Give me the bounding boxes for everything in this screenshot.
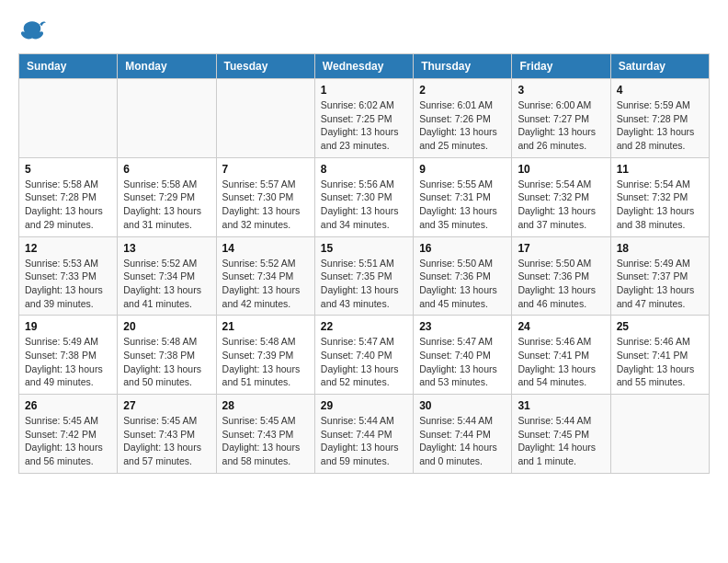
calendar-cell: 8Sunrise: 5:56 AMSunset: 7:30 PMDaylight…: [314, 157, 413, 236]
day-number: 2: [419, 84, 506, 97]
day-number: 22: [321, 320, 407, 333]
calendar-cell: 7Sunrise: 5:57 AMSunset: 7:30 PMDaylight…: [216, 157, 314, 236]
day-info: Sunrise: 5:52 AMSunset: 7:34 PMDaylight:…: [123, 257, 210, 311]
calendar-cell: 2Sunrise: 6:01 AMSunset: 7:26 PMDaylight…: [414, 79, 512, 158]
day-info: Sunrise: 5:47 AMSunset: 7:40 PMDaylight:…: [419, 335, 506, 389]
day-number: 7: [222, 163, 309, 176]
day-number: 19: [25, 320, 111, 333]
day-number: 26: [25, 399, 111, 412]
day-info: Sunrise: 5:45 AMSunset: 7:43 PMDaylight:…: [222, 414, 309, 468]
day-number: 3: [518, 84, 604, 97]
calendar-week-row: 5Sunrise: 5:58 AMSunset: 7:28 PMDaylight…: [19, 157, 710, 236]
calendar-cell: [610, 395, 709, 474]
calendar-cell: 21Sunrise: 5:48 AMSunset: 7:39 PMDayligh…: [216, 316, 314, 395]
calendar-cell: 15Sunrise: 5:51 AMSunset: 7:35 PMDayligh…: [314, 236, 413, 316]
day-info: Sunrise: 6:02 AMSunset: 7:25 PMDaylight:…: [321, 98, 407, 153]
day-info: Sunrise: 5:57 AMSunset: 7:30 PMDaylight:…: [222, 178, 309, 232]
day-number: 1: [321, 84, 407, 97]
day-number: 5: [25, 163, 111, 176]
day-number: 25: [617, 320, 703, 333]
day-info: Sunrise: 5:50 AMSunset: 7:36 PMDaylight:…: [419, 257, 506, 311]
calendar-cell: 11Sunrise: 5:54 AMSunset: 7:32 PMDayligh…: [610, 157, 709, 236]
day-info: Sunrise: 5:56 AMSunset: 7:30 PMDaylight:…: [321, 178, 407, 232]
day-number: 9: [419, 163, 506, 176]
calendar-cell: 27Sunrise: 5:45 AMSunset: 7:43 PMDayligh…: [118, 395, 216, 474]
calendar-week-row: 12Sunrise: 5:53 AMSunset: 7:33 PMDayligh…: [19, 236, 710, 316]
day-number: 16: [419, 242, 506, 255]
day-info: Sunrise: 5:52 AMSunset: 7:34 PMDaylight:…: [222, 257, 309, 311]
day-info: Sunrise: 5:50 AMSunset: 7:36 PMDaylight:…: [518, 257, 604, 311]
calendar-cell: 1Sunrise: 6:02 AMSunset: 7:25 PMDaylight…: [314, 79, 413, 158]
day-number: 28: [222, 399, 309, 412]
calendar-cell: 13Sunrise: 5:52 AMSunset: 7:34 PMDayligh…: [118, 236, 216, 316]
day-number: 31: [518, 399, 604, 412]
page-header: [18, 18, 710, 44]
day-info: Sunrise: 5:44 AMSunset: 7:44 PMDaylight:…: [419, 414, 506, 468]
weekday-header-friday: Friday: [512, 54, 610, 79]
calendar-cell: 5Sunrise: 5:58 AMSunset: 7:28 PMDaylight…: [19, 157, 118, 236]
calendar-cell: 31Sunrise: 5:44 AMSunset: 7:45 PMDayligh…: [512, 395, 610, 474]
calendar-cell: 30Sunrise: 5:44 AMSunset: 7:44 PMDayligh…: [414, 395, 512, 474]
day-number: 17: [518, 242, 604, 255]
calendar-cell: 9Sunrise: 5:55 AMSunset: 7:31 PMDaylight…: [414, 157, 512, 236]
day-number: 10: [518, 163, 604, 176]
calendar-cell: [216, 79, 314, 158]
day-number: 4: [617, 84, 703, 97]
day-info: Sunrise: 5:49 AMSunset: 7:37 PMDaylight:…: [617, 257, 703, 311]
calendar-cell: 10Sunrise: 5:54 AMSunset: 7:32 PMDayligh…: [512, 157, 610, 236]
day-info: Sunrise: 5:49 AMSunset: 7:38 PMDaylight:…: [25, 335, 111, 389]
calendar-cell: 23Sunrise: 5:47 AMSunset: 7:40 PMDayligh…: [414, 316, 512, 395]
day-number: 11: [617, 163, 703, 176]
calendar-cell: 18Sunrise: 5:49 AMSunset: 7:37 PMDayligh…: [610, 236, 709, 316]
day-number: 24: [518, 320, 604, 333]
day-number: 14: [222, 242, 309, 255]
day-info: Sunrise: 5:45 AMSunset: 7:43 PMDaylight:…: [123, 414, 210, 468]
day-info: Sunrise: 5:54 AMSunset: 7:32 PMDaylight:…: [518, 178, 604, 232]
day-info: Sunrise: 6:00 AMSunset: 7:27 PMDaylight:…: [518, 98, 604, 153]
day-info: Sunrise: 5:47 AMSunset: 7:40 PMDaylight:…: [321, 335, 407, 389]
day-number: 23: [419, 320, 506, 333]
weekday-header-sunday: Sunday: [19, 54, 118, 79]
weekday-header-monday: Monday: [118, 54, 216, 79]
calendar-table: SundayMondayTuesdayWednesdayThursdayFrid…: [18, 53, 710, 474]
day-info: Sunrise: 5:46 AMSunset: 7:41 PMDaylight:…: [617, 335, 703, 389]
weekday-header-tuesday: Tuesday: [216, 54, 314, 79]
day-info: Sunrise: 5:58 AMSunset: 7:29 PMDaylight:…: [123, 178, 210, 232]
day-info: Sunrise: 6:01 AMSunset: 7:26 PMDaylight:…: [419, 98, 506, 153]
day-number: 27: [123, 399, 210, 412]
logo-icon: [18, 18, 46, 44]
day-number: 13: [123, 242, 210, 255]
calendar-cell: 12Sunrise: 5:53 AMSunset: 7:33 PMDayligh…: [19, 236, 118, 316]
calendar-cell: 24Sunrise: 5:46 AMSunset: 7:41 PMDayligh…: [512, 316, 610, 395]
calendar-cell: 29Sunrise: 5:44 AMSunset: 7:44 PMDayligh…: [314, 395, 413, 474]
calendar-cell: 4Sunrise: 5:59 AMSunset: 7:28 PMDaylight…: [610, 79, 709, 158]
day-number: 30: [419, 399, 506, 412]
day-info: Sunrise: 5:53 AMSunset: 7:33 PMDaylight:…: [25, 257, 111, 311]
day-number: 15: [321, 242, 407, 255]
weekday-header-saturday: Saturday: [610, 54, 709, 79]
day-number: 20: [123, 320, 210, 333]
day-info: Sunrise: 5:51 AMSunset: 7:35 PMDaylight:…: [321, 257, 407, 311]
day-number: 12: [25, 242, 111, 255]
calendar-cell: 3Sunrise: 6:00 AMSunset: 7:27 PMDaylight…: [512, 79, 610, 158]
day-info: Sunrise: 5:58 AMSunset: 7:28 PMDaylight:…: [25, 178, 111, 232]
day-number: 21: [222, 320, 309, 333]
day-info: Sunrise: 5:54 AMSunset: 7:32 PMDaylight:…: [617, 178, 703, 232]
day-info: Sunrise: 5:59 AMSunset: 7:28 PMDaylight:…: [617, 98, 703, 153]
calendar-cell: 25Sunrise: 5:46 AMSunset: 7:41 PMDayligh…: [610, 316, 709, 395]
calendar-cell: 19Sunrise: 5:49 AMSunset: 7:38 PMDayligh…: [19, 316, 118, 395]
calendar-cell: 17Sunrise: 5:50 AMSunset: 7:36 PMDayligh…: [512, 236, 610, 316]
day-info: Sunrise: 5:44 AMSunset: 7:44 PMDaylight:…: [321, 414, 407, 468]
weekday-header-thursday: Thursday: [414, 54, 512, 79]
logo: [18, 18, 50, 44]
calendar-cell: 16Sunrise: 5:50 AMSunset: 7:36 PMDayligh…: [414, 236, 512, 316]
day-info: Sunrise: 5:46 AMSunset: 7:41 PMDaylight:…: [518, 335, 604, 389]
calendar-cell: [118, 79, 216, 158]
calendar-header-row: SundayMondayTuesdayWednesdayThursdayFrid…: [19, 54, 710, 79]
day-info: Sunrise: 5:48 AMSunset: 7:38 PMDaylight:…: [123, 335, 210, 389]
day-info: Sunrise: 5:55 AMSunset: 7:31 PMDaylight:…: [419, 178, 506, 232]
weekday-header-wednesday: Wednesday: [314, 54, 413, 79]
calendar-cell: [19, 79, 118, 158]
day-number: 29: [321, 399, 407, 412]
day-number: 8: [321, 163, 407, 176]
